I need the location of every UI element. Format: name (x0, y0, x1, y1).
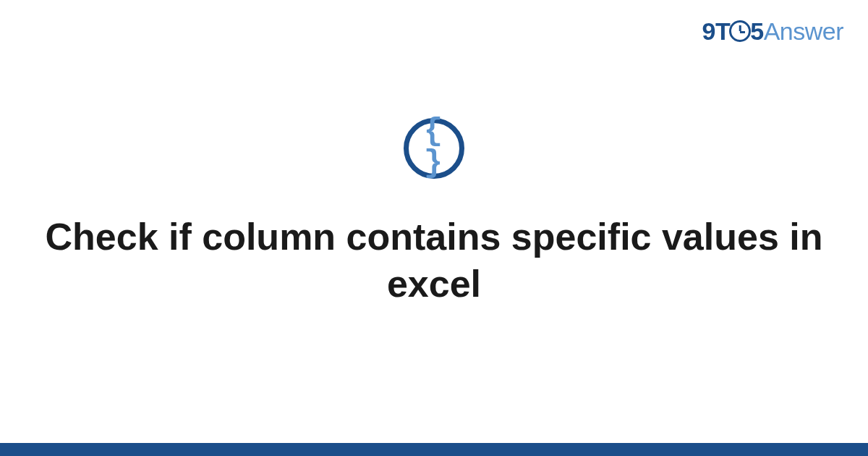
main-content: { } Check if column contains specific va… (0, 118, 868, 308)
page-title: Check if column contains specific values… (0, 214, 868, 308)
code-braces-icon: { } (410, 115, 461, 179)
category-badge: { } (404, 118, 464, 179)
footer-bar (0, 443, 868, 456)
logo-text-9t: 9T (702, 17, 731, 45)
clock-icon (729, 20, 751, 42)
site-logo: 9T5Answer (702, 17, 843, 46)
logo-text-5: 5 (750, 17, 763, 45)
logo-text-answer: Answer (764, 17, 843, 45)
